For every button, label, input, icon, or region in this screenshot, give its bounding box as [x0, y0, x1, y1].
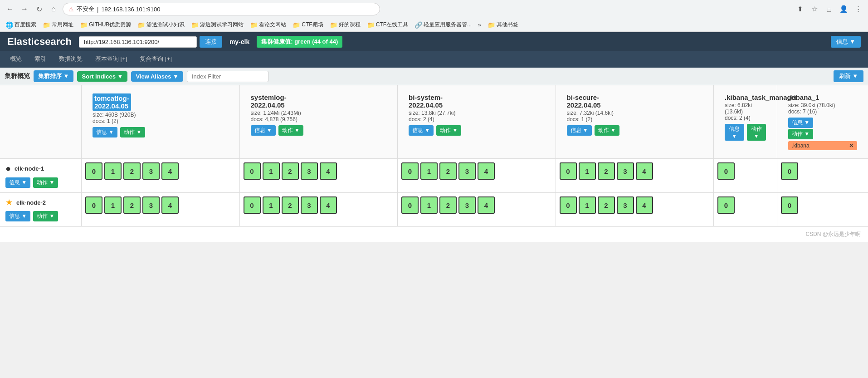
- shard-box[interactable]: 3: [458, 196, 476, 214]
- bookmark-github[interactable]: 📁 GITHUB优质资源: [78, 20, 133, 29]
- index-name-bisecure[interactable]: bi-secure-2022.04.05: [567, 93, 703, 109]
- bookmark-server[interactable]: 🔗 轻量应用服务器管...: [413, 20, 473, 29]
- shard-box[interactable]: 4: [161, 196, 179, 214]
- shard-box[interactable]: 3: [458, 162, 476, 180]
- node2-action-button[interactable]: 动作 ▼: [33, 211, 58, 221]
- shard-box[interactable]: 2: [282, 196, 299, 214]
- shard-box[interactable]: 1: [420, 196, 438, 214]
- share-button[interactable]: ⬆: [795, 4, 805, 15]
- shard-box[interactable]: 2: [123, 196, 141, 214]
- shard-box[interactable]: 4: [636, 162, 653, 180]
- index-filter-input[interactable]: [187, 71, 268, 82]
- view-aliases-button[interactable]: View Aliases ▼: [131, 71, 183, 82]
- shard-box[interactable]: 2: [439, 196, 457, 214]
- shard-box[interactable]: 3: [142, 196, 160, 214]
- shard-box[interactable]: 1: [104, 196, 122, 214]
- sort-indices-button[interactable]: Sort Indices ▼: [77, 71, 127, 82]
- bookmark-ctf[interactable]: 📁 CTF靶场: [291, 20, 325, 29]
- shard-box[interactable]: 1: [420, 162, 438, 180]
- shard-box[interactable]: 2: [439, 162, 457, 180]
- shard-box[interactable]: 0: [717, 162, 735, 180]
- shard-box[interactable]: 2: [123, 162, 141, 180]
- shard-box[interactable]: 0: [560, 196, 577, 214]
- forward-button[interactable]: →: [19, 4, 30, 15]
- bookmark-common[interactable]: 📁 常用网址: [41, 20, 75, 29]
- kibana-alias-close[interactable]: ✕: [849, 142, 853, 149]
- refresh-button[interactable]: 刷新 ▼: [834, 70, 863, 82]
- shard-box[interactable]: 3: [142, 162, 160, 180]
- index-name-systemlog[interactable]: systemlog-2022.04.05: [251, 93, 387, 109]
- index-name-kibana-task[interactable]: .kibana_task_manager: [725, 93, 766, 101]
- shard-box[interactable]: 0: [85, 162, 102, 180]
- node2-info-button[interactable]: 信息 ▼: [5, 211, 30, 221]
- shard-box[interactable]: 4: [320, 196, 337, 214]
- shard-box[interactable]: 1: [579, 196, 596, 214]
- bookmark-baidu[interactable]: 🌐 百度搜索: [4, 20, 38, 29]
- kibana-task-action-button[interactable]: 动作 ▼: [747, 124, 766, 141]
- bisecure-action-button[interactable]: 动作 ▼: [595, 125, 619, 136]
- bisecure-info-button[interactable]: 信息 ▼: [567, 125, 592, 136]
- tab-overview[interactable]: 概览: [4, 51, 28, 68]
- index-name-bisystem[interactable]: bi-system-2022.04.05: [409, 93, 545, 109]
- window-button[interactable]: □: [824, 4, 834, 15]
- shard-box[interactable]: 4: [161, 162, 179, 180]
- shard-box[interactable]: 3: [301, 162, 318, 180]
- shard-box[interactable]: 0: [85, 196, 102, 214]
- shard-box[interactable]: 0: [781, 162, 798, 180]
- back-button[interactable]: ←: [5, 4, 15, 15]
- bookmark-courses[interactable]: 📁 好的课程: [328, 20, 362, 29]
- kibana1-info-button[interactable]: 信息 ▼: [788, 118, 813, 128]
- bisystem-action-button[interactable]: 动作 ▼: [436, 125, 461, 136]
- home-button[interactable]: ⌂: [48, 4, 59, 15]
- shard-box[interactable]: 2: [598, 162, 615, 180]
- url-input[interactable]: [79, 36, 197, 48]
- bookmark-papers[interactable]: 📁 看论文网站: [248, 20, 288, 29]
- systemlog-info-button[interactable]: 信息 ▼: [251, 125, 276, 136]
- shard-box[interactable]: 1: [263, 162, 280, 180]
- node1-info-button[interactable]: 信息 ▼: [5, 177, 30, 188]
- shard-box[interactable]: 0: [401, 196, 419, 214]
- tomcatlog-action-button[interactable]: 动作 ▼: [120, 127, 145, 137]
- shard-box[interactable]: 0: [244, 162, 261, 180]
- shard-box[interactable]: 3: [617, 196, 634, 214]
- kibana-task-info-button[interactable]: 信息 ▼: [725, 124, 744, 141]
- shard-box[interactable]: 0: [781, 196, 798, 214]
- bookmark-button[interactable]: ☆: [809, 4, 820, 15]
- shard-box[interactable]: 0: [244, 196, 261, 214]
- shard-box[interactable]: 3: [301, 196, 318, 214]
- bookmark-more[interactable]: »: [476, 21, 483, 29]
- shard-box[interactable]: 1: [579, 162, 596, 180]
- bisystem-info-button[interactable]: 信息 ▼: [409, 125, 434, 136]
- shard-box[interactable]: 4: [478, 196, 495, 214]
- index-name-kibana1[interactable]: .kibana_1: [788, 93, 857, 101]
- tab-index[interactable]: 索引: [28, 51, 53, 68]
- reload-button[interactable]: ↻: [34, 4, 44, 15]
- shard-box[interactable]: 2: [598, 196, 615, 214]
- profile-button[interactable]: 👤: [838, 4, 849, 15]
- connect-button[interactable]: 连接: [200, 36, 222, 48]
- bookmark-pentest1[interactable]: 📁 渗透测试小知识: [136, 20, 186, 29]
- tomcatlog-info-button[interactable]: 信息 ▼: [93, 127, 117, 137]
- info-button[interactable]: 信息 ▼: [831, 36, 861, 48]
- bookmark-others[interactable]: 📁 其他书签: [486, 20, 520, 29]
- shard-box[interactable]: 0: [560, 162, 577, 180]
- shard-box[interactable]: 4: [320, 162, 337, 180]
- tab-complex-query[interactable]: 复合查询 [+]: [133, 51, 178, 68]
- shard-box[interactable]: 4: [636, 196, 653, 214]
- index-name-tomcatlog[interactable]: tomcatlog-2022.04.05: [93, 93, 131, 111]
- bookmark-pentest2[interactable]: 📁 渗透测试学习网站: [189, 20, 245, 29]
- systemlog-action-button[interactable]: 动作 ▼: [278, 125, 303, 136]
- shard-box[interactable]: 1: [104, 162, 122, 180]
- tab-data-browse[interactable]: 数据浏览: [53, 51, 89, 68]
- menu-button[interactable]: ⋮: [853, 4, 863, 15]
- node1-action-button[interactable]: 动作 ▼: [33, 177, 58, 188]
- cluster-sort-button[interactable]: 集群排序 ▼: [34, 70, 73, 82]
- bookmark-ctf-tools[interactable]: 📁 CTF在线工具: [365, 20, 410, 29]
- kibana1-action-button[interactable]: 动作 ▼: [788, 129, 813, 139]
- shard-box[interactable]: 0: [717, 196, 735, 214]
- tab-basic-query[interactable]: 基本查询 [+]: [89, 51, 133, 68]
- shard-box[interactable]: 2: [282, 162, 299, 180]
- shard-box[interactable]: 0: [401, 162, 419, 180]
- shard-box[interactable]: 4: [478, 162, 495, 180]
- shard-box[interactable]: 1: [263, 196, 280, 214]
